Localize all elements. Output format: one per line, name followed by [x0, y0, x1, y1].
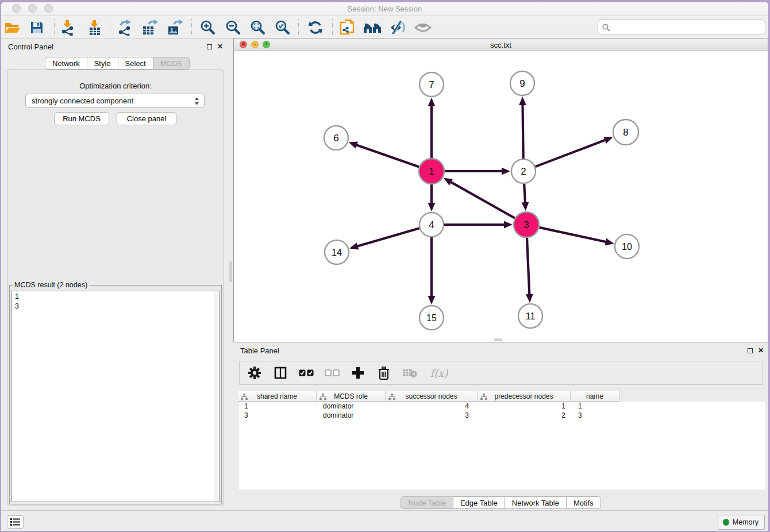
criterion-value: strongly connected component: [32, 97, 133, 105]
graph-edge-2-9[interactable]: [522, 103, 523, 159]
add-column-icon[interactable]: [350, 365, 366, 381]
cell-predecessor-nodes[interactable]: 2: [478, 411, 571, 420]
graph-node-3[interactable]: 3: [514, 212, 539, 237]
table-row[interactable]: 3 dominator 3 2 3: [238, 411, 765, 420]
vertical-splitter-handle[interactable]: [229, 261, 232, 282]
mcds-result-area[interactable]: 1 3: [11, 291, 220, 502]
table-panel: Table Panel ✕: [233, 344, 768, 510]
graph-node-15[interactable]: 15: [419, 306, 444, 330]
tab-network-table[interactable]: Network Table: [505, 496, 567, 509]
cell-mcds-role[interactable]: dominator: [317, 402, 386, 411]
graph-node-7[interactable]: 7: [419, 72, 444, 97]
tab-edge-table[interactable]: Edge Table: [453, 496, 505, 509]
criterion-select[interactable]: strongly connected component: [25, 94, 205, 108]
delete-table-icon[interactable]: [402, 365, 418, 381]
graph-edge-2-8[interactable]: [536, 139, 607, 167]
refresh-icon[interactable]: [306, 18, 325, 37]
function-builder-icon[interactable]: f(x): [428, 365, 451, 381]
memory-label: Memory: [733, 518, 759, 526]
zoom-in-icon[interactable]: [198, 18, 218, 37]
float-panel-icon[interactable]: [207, 44, 212, 49]
cell-successor-nodes[interactable]: 4: [386, 402, 478, 411]
graph-node-14[interactable]: 14: [325, 240, 349, 264]
hide-graphics-details-icon[interactable]: [388, 18, 407, 37]
column-header-predecessor-nodes[interactable]: predecessor nodes: [478, 391, 571, 401]
cell-predecessor-nodes[interactable]: 1: [478, 402, 571, 411]
float-panel-icon[interactable]: [748, 348, 753, 353]
zoom-out-icon[interactable]: [224, 18, 243, 37]
graph-arrowhead-2-9: [519, 97, 526, 105]
column-layout-icon[interactable]: [272, 365, 288, 381]
network-window-titlebar[interactable]: ✕ − + scc.txt: [234, 38, 768, 51]
graph-edge-4-14[interactable]: [356, 228, 419, 246]
close-panel-icon[interactable]: ✕: [758, 347, 764, 354]
save-session-icon[interactable]: [27, 18, 47, 37]
column-header-mcds-role[interactable]: MCDS role: [317, 391, 386, 401]
tab-select[interactable]: Select: [118, 57, 153, 70]
graph-node-10[interactable]: 10: [615, 234, 639, 259]
duplicate-network-icon[interactable]: [338, 18, 357, 37]
column-label: shared name: [257, 392, 297, 400]
graph-edge-2-3[interactable]: [524, 184, 525, 205]
toolbar-separator: [191, 19, 192, 35]
network-canvas[interactable]: 7968124314101511: [234, 51, 768, 342]
cell-name[interactable]: 3: [571, 411, 620, 420]
export-image-icon[interactable]: [165, 18, 185, 37]
memory-status-icon: [723, 519, 729, 526]
tab-style[interactable]: Style: [87, 57, 118, 70]
column-header-name[interactable]: name: [571, 391, 619, 401]
zoom-fit-icon[interactable]: [248, 18, 268, 37]
graph-node-9[interactable]: 9: [510, 71, 534, 95]
network-view-window: ✕ − + scc.txt 7968124314101511: [233, 38, 768, 342]
cell-successor-nodes[interactable]: 3: [386, 411, 478, 420]
graph-node-11[interactable]: 11: [518, 304, 542, 328]
zoom-selected-icon[interactable]: [273, 18, 292, 37]
close-panel-icon[interactable]: ✕: [217, 43, 223, 50]
memory-button[interactable]: Memory: [718, 515, 765, 530]
horizontal-splitter-handle[interactable]: [494, 338, 502, 341]
export-network-icon[interactable]: [116, 18, 135, 37]
table-settings-icon[interactable]: [247, 365, 263, 381]
tab-motifs[interactable]: Motifs: [566, 496, 601, 509]
import-table-icon[interactable]: [85, 18, 105, 37]
cell-shared-name[interactable]: 3: [238, 411, 317, 420]
graph-node-6[interactable]: 6: [324, 126, 348, 150]
tab-network[interactable]: Network: [45, 57, 87, 70]
run-mcds-button[interactable]: Run MCDS: [54, 112, 109, 125]
graph-node-8[interactable]: 8: [613, 119, 638, 145]
open-session-icon[interactable]: [3, 18, 22, 37]
deselect-all-icon[interactable]: [324, 365, 340, 381]
graph-edge-1-6[interactable]: [355, 144, 419, 167]
network-window-title: scc.txt: [234, 41, 768, 49]
graph-node-label: 6: [333, 133, 338, 144]
search-input[interactable]: [613, 22, 765, 33]
column-header-shared-name[interactable]: shared name: [238, 391, 317, 401]
task-history-button[interactable]: [7, 515, 24, 529]
table-row[interactable]: 1 dominator 4 1 1: [238, 402, 765, 411]
close-panel-button[interactable]: Close panel: [117, 112, 176, 125]
cell-mcds-role[interactable]: dominator: [317, 411, 386, 420]
graph-arrowhead-3-11: [526, 294, 533, 303]
graph-edge-3-10[interactable]: [539, 228, 607, 242]
show-graphics-details-icon[interactable]: [413, 18, 433, 37]
tab-node-table[interactable]: Node Table: [401, 496, 453, 509]
cell-name[interactable]: 1: [571, 402, 620, 411]
export-table-icon[interactable]: [140, 18, 160, 37]
graph-node-label: 4: [429, 219, 434, 230]
cell-shared-name[interactable]: 1: [238, 402, 317, 411]
show-all-networks-icon[interactable]: [363, 18, 382, 37]
graph-node-2[interactable]: 2: [511, 159, 536, 183]
hierarchy-icon: [480, 394, 487, 400]
graph-edge-3-1[interactable]: [449, 181, 514, 218]
column-label: name: [586, 392, 603, 400]
select-all-icon[interactable]: [298, 365, 314, 381]
graph-node-4[interactable]: 4: [419, 213, 444, 237]
delete-column-icon[interactable]: [376, 365, 392, 381]
tab-mcds[interactable]: MCDS: [153, 57, 190, 70]
graph-node-1[interactable]: 1: [419, 159, 444, 184]
graph-edge-3-11[interactable]: [527, 238, 529, 296]
result-scrollbar[interactable]: [214, 291, 219, 502]
column-header-successor-nodes[interactable]: successor nodes: [386, 391, 478, 401]
fx-label: f(x): [430, 367, 448, 379]
import-network-icon[interactable]: [58, 18, 78, 37]
